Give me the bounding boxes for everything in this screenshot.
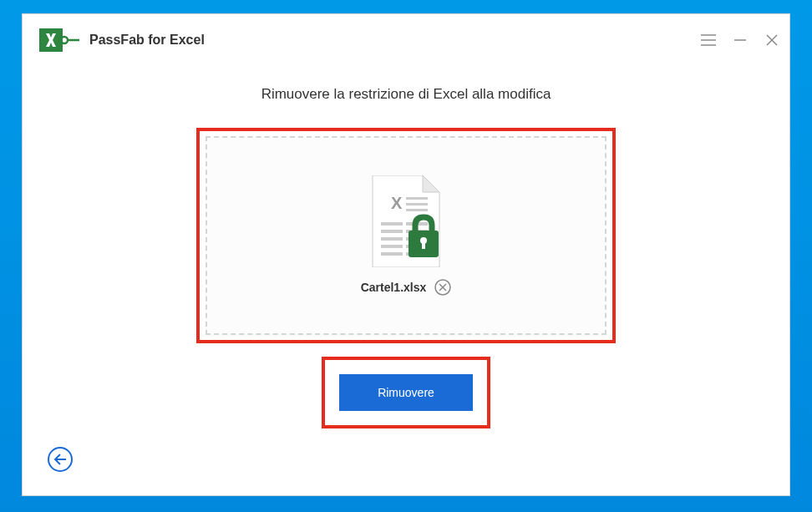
svg-rect-25 bbox=[422, 241, 425, 249]
close-icon[interactable] bbox=[764, 33, 779, 48]
remove-button[interactable]: Rimuovere bbox=[339, 374, 473, 411]
svg-point-1 bbox=[61, 37, 68, 43]
app-window: PassFab for Excel bbox=[22, 13, 790, 496]
titlebar-left: PassFab for Excel bbox=[39, 23, 205, 57]
svg-rect-21 bbox=[381, 252, 403, 256]
svg-text:X: X bbox=[391, 194, 403, 212]
svg-rect-19 bbox=[381, 245, 403, 248]
app-title: PassFab for Excel bbox=[89, 33, 205, 48]
content: Rimuovere la restrizione di Excel alla m… bbox=[23, 66, 789, 428]
svg-rect-13 bbox=[381, 222, 403, 226]
file-name-label: Cartel1.xlsx bbox=[361, 281, 427, 294]
excel-locked-file-icon: X bbox=[364, 175, 448, 267]
remove-file-icon[interactable] bbox=[434, 279, 451, 296]
svg-rect-15 bbox=[381, 230, 403, 233]
button-highlight: Rimuovere bbox=[322, 357, 490, 428]
menu-icon[interactable] bbox=[701, 33, 716, 48]
svg-rect-11 bbox=[406, 203, 428, 205]
file-dropzone[interactable]: X bbox=[206, 136, 606, 335]
back-button[interactable] bbox=[48, 447, 73, 472]
app-logo bbox=[39, 23, 79, 57]
file-name-row: Cartel1.xlsx bbox=[361, 279, 452, 296]
minimize-icon[interactable] bbox=[733, 33, 748, 48]
dropzone-highlight: X bbox=[196, 128, 616, 343]
page-heading: Rimuovere la restrizione di Excel alla m… bbox=[23, 86, 789, 103]
svg-rect-12 bbox=[406, 209, 428, 211]
svg-rect-10 bbox=[406, 197, 428, 200]
titlebar: PassFab for Excel bbox=[23, 14, 789, 66]
titlebar-controls bbox=[701, 33, 779, 48]
svg-rect-17 bbox=[381, 237, 403, 241]
